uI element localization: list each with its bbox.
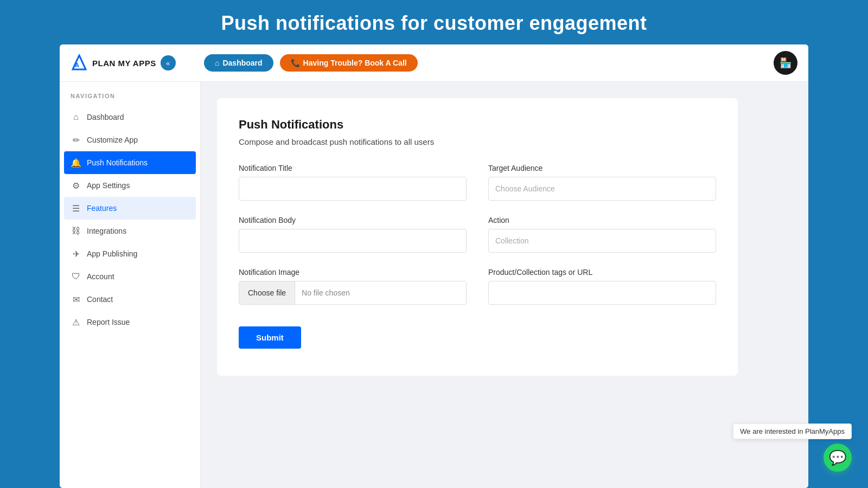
sidebar-item-label: Dashboard xyxy=(87,113,124,121)
dashboard-button[interactable]: ⌂ Dashboard xyxy=(204,54,273,72)
logo-text: PLAN MY APPS xyxy=(92,59,156,68)
collapse-sidebar-button[interactable]: « xyxy=(161,55,176,70)
header-bar: A PLAN MY APPS « ⌂ Dashboard 📞 Having Tr… xyxy=(60,44,808,82)
sidebar-item-contact[interactable]: ✉ Contact xyxy=(60,288,200,311)
notification-title-input[interactable] xyxy=(239,177,467,201)
warning-icon: ⚠ xyxy=(71,317,81,328)
sidebar-item-app-settings[interactable]: ⚙ App Settings xyxy=(60,174,200,197)
sidebar-item-label: Integrations xyxy=(87,227,126,235)
envelope-icon: ✉ xyxy=(71,294,81,305)
sidebar-item-account[interactable]: 🛡 Account xyxy=(60,265,200,288)
sidebar-item-label: Customize App xyxy=(87,136,138,144)
sidebar-item-integrations[interactable]: ⛓ Integrations xyxy=(60,220,200,242)
store-icon: 🏪 xyxy=(780,57,792,69)
content-area: Push Notifications Compose and broadcast… xyxy=(201,82,808,488)
form-row-1: Notification Title Target Audience xyxy=(239,164,716,201)
action-group: Action xyxy=(488,216,716,253)
home-icon: ⌂ xyxy=(215,59,219,67)
sidebar-item-app-publishing[interactable]: ✈ App Publishing xyxy=(60,242,200,265)
nav-label: NAVIGATION xyxy=(60,93,200,106)
form-row-3: Notification Image Choose file No file c… xyxy=(239,268,716,305)
top-banner: Push notifications for customer engageme… xyxy=(0,0,868,44)
notification-title-group: Notification Title xyxy=(239,164,467,201)
notification-image-group: Notification Image Choose file No file c… xyxy=(239,268,467,305)
whatsapp-tooltip: We are interested in PlanMyApps xyxy=(733,423,852,439)
pencil-icon: ✏ xyxy=(71,134,81,145)
nav-buttons: ⌂ Dashboard 📞 Having Trouble? Book A Cal… xyxy=(204,54,418,72)
logo-icon: A xyxy=(71,54,88,72)
list-icon: ☰ xyxy=(71,203,81,214)
sidebar: NAVIGATION ⌂ Dashboard ✏ Customize App 🔔… xyxy=(60,82,201,488)
body-layout: NAVIGATION ⌂ Dashboard ✏ Customize App 🔔… xyxy=(60,82,808,488)
notification-body-group: Notification Body xyxy=(239,216,467,253)
target-audience-input[interactable] xyxy=(488,177,716,201)
whatsapp-button[interactable]: 💬 xyxy=(824,444,852,472)
sidebar-item-push-notifications[interactable]: 🔔 Push Notifications xyxy=(64,151,196,174)
sidebar-item-dashboard[interactable]: ⌂ Dashboard xyxy=(60,106,200,129)
sidebar-item-label: Features xyxy=(87,204,117,213)
sidebar-item-label: App Settings xyxy=(87,181,130,190)
notification-image-label: Notification Image xyxy=(239,268,467,277)
product-collection-group: Product/Collection tags or URL xyxy=(488,268,716,305)
notification-body-label: Notification Body xyxy=(239,216,467,224)
choose-file-button[interactable]: Choose file xyxy=(239,281,295,304)
header-right: 🏪 xyxy=(774,51,797,75)
form-subtitle: Compose and broadcast push notifications… xyxy=(239,137,716,146)
bell-icon: 🔔 xyxy=(71,157,81,168)
integrations-icon: ⛓ xyxy=(71,226,81,236)
product-collection-label: Product/Collection tags or URL xyxy=(488,268,716,277)
notification-body-input[interactable] xyxy=(239,229,467,253)
file-name-display: No file chosen xyxy=(295,288,466,297)
submit-button[interactable]: Submit xyxy=(239,326,301,349)
banner-title: Push notifications for customer engageme… xyxy=(0,12,868,35)
home-icon: ⌂ xyxy=(71,112,81,123)
publish-icon: ✈ xyxy=(71,248,81,259)
sidebar-item-features[interactable]: ☰ Features xyxy=(64,197,196,220)
product-collection-input[interactable] xyxy=(488,281,716,305)
sidebar-item-label: Push Notifications xyxy=(87,158,148,167)
push-notifications-form-card: Push Notifications Compose and broadcast… xyxy=(217,98,738,376)
shield-icon: 🛡 xyxy=(71,271,81,282)
book-call-button[interactable]: 📞 Having Trouble? Book A Call xyxy=(280,54,418,72)
sidebar-item-report-issue[interactable]: ⚠ Report Issue xyxy=(60,311,200,333)
sidebar-item-label: Contact xyxy=(87,295,113,304)
gear-icon: ⚙ xyxy=(71,180,81,191)
phone-icon: 📞 xyxy=(291,59,300,67)
sidebar-item-customize-app[interactable]: ✏ Customize App xyxy=(60,129,200,151)
action-input[interactable] xyxy=(488,229,716,253)
sidebar-item-label: Report Issue xyxy=(87,318,130,326)
sidebar-item-label: App Publishing xyxy=(87,249,137,258)
notification-title-label: Notification Title xyxy=(239,164,467,172)
svg-text:A: A xyxy=(75,62,79,68)
file-input-wrapper: Choose file No file chosen xyxy=(239,281,467,305)
whatsapp-icon: 💬 xyxy=(829,450,846,466)
target-audience-group: Target Audience xyxy=(488,164,716,201)
target-audience-label: Target Audience xyxy=(488,164,716,172)
action-label: Action xyxy=(488,216,716,224)
logo-area: A PLAN MY APPS « xyxy=(71,54,184,72)
main-container: A PLAN MY APPS « ⌂ Dashboard 📞 Having Tr… xyxy=(60,44,808,488)
store-button[interactable]: 🏪 xyxy=(774,51,797,75)
sidebar-item-label: Account xyxy=(87,272,114,281)
form-title: Push Notifications xyxy=(239,118,716,132)
whatsapp-float: We are interested in PlanMyApps 💬 xyxy=(733,423,852,472)
form-row-2: Notification Body Action xyxy=(239,216,716,253)
